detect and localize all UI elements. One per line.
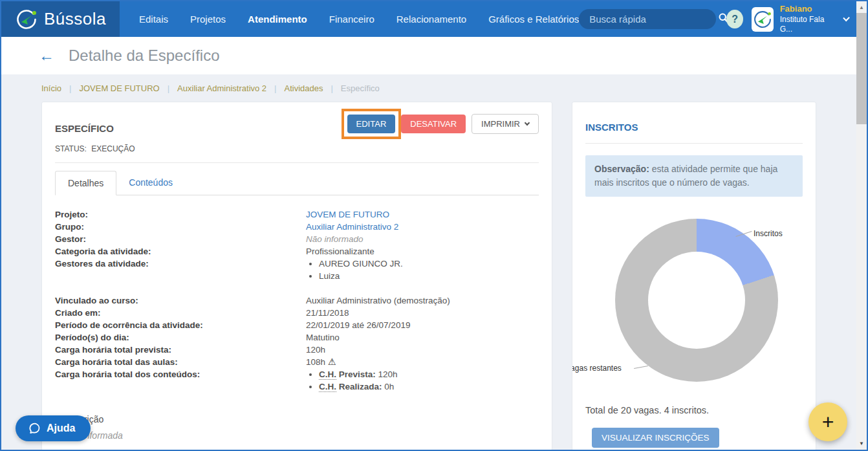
nav-item-graficos-relatorios[interactable]: Gráficos e Relatórios bbox=[488, 14, 579, 25]
ch-abbr[interactable]: C.H. bbox=[319, 382, 336, 392]
note-label: Observação: bbox=[594, 164, 649, 174]
observation-note: Observação: esta atividade permite que h… bbox=[585, 155, 803, 197]
label-connector bbox=[634, 366, 648, 369]
card-title: ESPECÍFICO bbox=[55, 114, 135, 134]
page-header: ← Detalhe da Específico bbox=[1, 37, 867, 74]
tab-conteudos[interactable]: Conteúdos bbox=[116, 171, 185, 195]
vacancy-total-text: Total de 20 vagas. 4 inscritos. bbox=[585, 405, 709, 415]
label-connector bbox=[735, 231, 752, 237]
help-fab-label: Ajuda bbox=[47, 423, 75, 434]
speech-bubble-icon bbox=[28, 422, 41, 435]
field-list: Projeto: JOVEM DE FUTURO Grupo: Auxiliar… bbox=[55, 208, 539, 393]
field-projeto: Projeto: JOVEM DE FUTURO bbox=[55, 208, 539, 221]
inscritos-panel: INSCRITOS Observação: esta atividade per… bbox=[572, 102, 816, 451]
divider bbox=[55, 162, 539, 163]
user-menu-chevron-down-icon[interactable] bbox=[843, 14, 850, 21]
divider bbox=[585, 143, 803, 144]
compass-logo-icon bbox=[16, 8, 38, 30]
field-gestor: Gestor: Não informado bbox=[55, 233, 539, 245]
vertical-scrollbar[interactable]: ▲ ▼ bbox=[856, 1, 867, 450]
nav-item-financeiro[interactable]: Financeiro bbox=[329, 14, 374, 25]
inscritos-title: INSCRITOS bbox=[585, 122, 803, 133]
breadcrumb-separator: | bbox=[69, 83, 71, 93]
main-nav: Editais Projetos Atendimento Financeiro … bbox=[139, 14, 579, 25]
print-label: IMPRIMIR bbox=[481, 119, 520, 129]
field-carga-conteudos: Carga horária total dos conteúdos: C.H. … bbox=[55, 368, 539, 393]
help-chat-button[interactable]: Ajuda bbox=[16, 415, 91, 441]
field-periodo-ocorrencia: Período de ocorrência da atividade: 22/0… bbox=[55, 319, 539, 331]
deactivate-button[interactable]: DESATIVAR bbox=[401, 115, 466, 133]
chart-label-inscritos: Inscritos bbox=[754, 229, 783, 238]
page-title: Detalhe da Específico bbox=[69, 47, 219, 65]
back-arrow-icon[interactable]: ← bbox=[39, 47, 54, 65]
enrollment-donut-chart: Inscritos Vagas restantes Total de 20 va… bbox=[572, 102, 816, 450]
user-info[interactable]: Fabiano Instituto Fala G... bbox=[780, 4, 832, 34]
field-carga-prevista: Carga horária total prevista: 120h bbox=[55, 344, 539, 356]
status-label: STATUS: bbox=[55, 144, 87, 153]
brand-logo[interactable]: Bússola bbox=[1, 1, 120, 37]
scrollbar-up-icon[interactable]: ▲ bbox=[856, 5, 867, 10]
breadcrumb-separator: | bbox=[274, 83, 276, 93]
warning-icon[interactable]: ⚠ bbox=[328, 357, 336, 367]
nav-item-projetos[interactable]: Projetos bbox=[190, 14, 226, 25]
description-label: Descrição bbox=[63, 414, 539, 424]
breadcrumb-current: Específico bbox=[341, 83, 380, 93]
view-enrollments-button[interactable]: VISUALIZAR INSCRIÇÕES bbox=[592, 428, 719, 448]
grupo-link[interactable]: Auxiliar Administrativo 2 bbox=[306, 222, 398, 232]
gestor-item: AUREO GIUNCO JR. bbox=[319, 258, 539, 270]
breadcrumb-atividades[interactable]: Atividades bbox=[284, 83, 323, 93]
detail-tabs: Detalhes Conteúdos bbox=[55, 171, 539, 195]
plus-icon: + bbox=[822, 410, 834, 434]
field-gestores-atividade: Gestores da atividade: AUREO GIUNCO JR. … bbox=[55, 258, 539, 282]
field-categoria: Categoria da atividade: Profissionalizan… bbox=[55, 245, 539, 258]
field-periodo-dia: Período(s) do dia: Matutino bbox=[55, 331, 539, 344]
breadcrumb-separator: | bbox=[168, 83, 169, 93]
description-value: Não informada bbox=[63, 430, 539, 441]
scrollbar-down-icon[interactable]: ▼ bbox=[856, 441, 867, 446]
breadcrumb-separator: | bbox=[331, 83, 332, 93]
top-navbar: Bússola Editais Projetos Atendimento Fin… bbox=[1, 1, 867, 37]
click-highlight-annotation: EDITAR bbox=[342, 109, 402, 139]
scrollbar-thumb[interactable] bbox=[856, 13, 867, 124]
user-name: Fabiano bbox=[780, 4, 832, 14]
chevron-down-icon bbox=[525, 120, 530, 126]
field-criado-em: Criado em: 21/11/2018 bbox=[55, 307, 539, 319]
help-icon[interactable]: ? bbox=[726, 10, 743, 28]
gestor-item: Luiza bbox=[319, 270, 539, 282]
print-dropdown-button[interactable]: IMPRIMIR bbox=[472, 114, 539, 134]
add-floating-button[interactable]: + bbox=[808, 402, 847, 441]
nav-item-atendimento[interactable]: Atendimento bbox=[248, 14, 307, 25]
chart-label-vagas-restantes: Vagas restantes bbox=[572, 364, 622, 373]
user-avatar[interactable] bbox=[752, 7, 774, 32]
app-viewport: Bússola Editais Projetos Atendimento Fin… bbox=[0, 0, 868, 451]
nav-item-relacionamento[interactable]: Relacionamento bbox=[396, 14, 466, 25]
search-input[interactable] bbox=[589, 14, 718, 25]
tab-detalhes[interactable]: Detalhes bbox=[55, 171, 116, 195]
action-buttons: EDITAR DESATIVAR IMPRIMIR bbox=[347, 114, 539, 134]
brand-name: Bússola bbox=[44, 9, 106, 29]
status-line: STATUS: EXECUÇÃO bbox=[55, 144, 135, 153]
nav-item-editais[interactable]: Editais bbox=[139, 14, 168, 25]
field-vinculado-curso: Vinculado ao curso: Auxiliar Administrat… bbox=[55, 294, 539, 307]
ch-abbr[interactable]: C.H. bbox=[319, 369, 336, 380]
field-carga-aulas: Carga horária total das aulas: 108h⚠ bbox=[55, 356, 539, 368]
quick-search[interactable] bbox=[579, 9, 716, 29]
projeto-link[interactable]: JOVEM DE FUTURO bbox=[306, 210, 389, 219]
breadcrumb-inicio[interactable]: Início bbox=[41, 83, 61, 93]
edit-button[interactable]: EDITAR bbox=[347, 115, 396, 133]
description-block: Descrição Não informada bbox=[55, 414, 539, 441]
breadcrumb: Início | JOVEM DE FUTURO | Auxiliar Admi… bbox=[1, 74, 867, 102]
status-value: EXECUÇÃO bbox=[91, 144, 135, 153]
user-organization: Instituto Fala G... bbox=[780, 15, 832, 34]
field-grupo: Grupo: Auxiliar Administrativo 2 bbox=[55, 221, 539, 233]
donut-chart[interactable] bbox=[615, 219, 778, 382]
breadcrumb-auxiliar-administrativo[interactable]: Auxiliar Administrativo 2 bbox=[177, 83, 266, 93]
breadcrumb-jovem-de-futuro[interactable]: JOVEM DE FUTURO bbox=[79, 83, 159, 93]
ch-realizada-item: C.H. Realizada: 0h bbox=[319, 380, 539, 393]
ch-prevista-item: C.H. Prevista: 120h bbox=[319, 368, 539, 380]
activity-detail-card: ESPECÍFICO STATUS: EXECUÇÃO EDITAR DESAT… bbox=[41, 102, 552, 451]
